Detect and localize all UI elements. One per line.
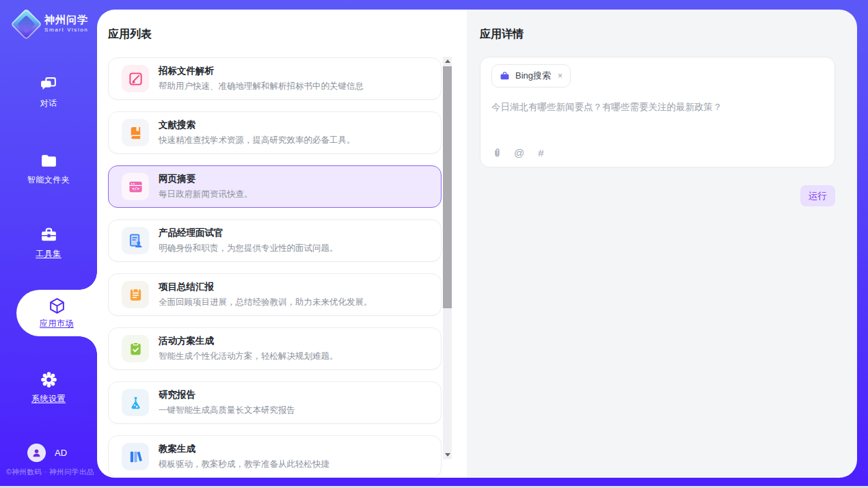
toolbox-icon xyxy=(40,226,58,244)
app-card-description: 快速精准查找学术资源，提高研究效率的必备工具。 xyxy=(159,135,355,146)
brand-diamond-icon xyxy=(10,8,42,40)
app-card-event-plan[interactable]: 活动方案生成智能生成个性化活动方案，轻松解决规划难题。 xyxy=(108,327,442,370)
book-icon xyxy=(122,119,149,146)
scrollbar-thumb[interactable] xyxy=(443,66,452,308)
prompt-input[interactable]: 今日湖北有哪些新闻要点？有哪些需要关注的最新政策？ xyxy=(491,101,824,113)
brand-text: 神州问学 Smart Vision xyxy=(44,14,88,33)
app-list-panel: 应用列表 招标文件解析帮助用户快速、准确地理解和解析招标书中的关键信息文献搜索快… xyxy=(97,10,467,478)
scrollbar[interactable] xyxy=(443,57,452,459)
app-card-texts: 文献搜索快速精准查找学术资源，提高研究效率的必备工具。 xyxy=(159,119,355,146)
brand-subtitle: Smart Vision xyxy=(44,27,88,33)
prompt-card[interactable]: Bing搜索 × 今日湖北有哪些新闻要点？有哪些需要关注的最新政策？ @ # xyxy=(480,57,835,167)
app-card-texts: 项目总结汇报全面回顾项目进展，总结经验教训，助力未来优化发展。 xyxy=(159,281,372,308)
document-pen-icon xyxy=(122,65,149,92)
sidebar-item-label: 工具集 xyxy=(36,248,62,260)
app-card-title: 网页摘要 xyxy=(159,173,253,185)
scroll-down-button[interactable] xyxy=(443,450,452,459)
books-icon xyxy=(122,443,149,470)
sidebar-item-chat[interactable]: 对话 xyxy=(0,75,97,109)
tool-chip-bing-search[interactable]: Bing搜索 × xyxy=(491,64,571,87)
app-list: 招标文件解析帮助用户快速、准确地理解和解析招标书中的关键信息文献搜索快速精准查找… xyxy=(108,48,442,478)
scroll-up-button[interactable] xyxy=(443,57,452,66)
app-detail-title: 应用详情 xyxy=(480,27,524,42)
app-card-description: 一键智能生成高质量长文本研究报告 xyxy=(159,405,295,416)
chat-bubble-icon xyxy=(40,75,58,94)
app-card-texts: 活动方案生成智能生成个性化活动方案，轻松解决规划难题。 xyxy=(159,335,338,362)
app-card-texts: 产品经理面试官明确身份和职责，为您提供专业性的面试问题。 xyxy=(159,227,338,254)
app-card-literature[interactable]: 文献搜索快速精准查找学术资源，提高研究效率的必备工具。 xyxy=(108,111,442,154)
gear-icon xyxy=(40,370,58,389)
app-card-description: 帮助用户快速、准确地理解和解析招标书中的关键信息 xyxy=(159,81,364,92)
app-card-title: 研究报告 xyxy=(159,389,295,401)
sidebar-item-toolset[interactable]: 工具集 xyxy=(0,226,97,260)
app-card-description: 智能生成个性化活动方案，轻松解决规划难题。 xyxy=(159,351,338,362)
research-flask-icon xyxy=(122,389,149,416)
brand-logo: 神州问学 Smart Vision xyxy=(14,10,88,36)
app-card-description: 全面回顾项目进展，总结经验教训，助力未来优化发展。 xyxy=(159,297,372,308)
at-sign-icon[interactable]: @ xyxy=(513,147,525,159)
app-card-research-report[interactable]: 研究报告一键智能生成高质量长文本研究报告 xyxy=(108,381,442,424)
prompt-toolbar: @ # xyxy=(491,147,547,159)
sidebar-item-label: 系统设置 xyxy=(31,393,66,405)
person-icon xyxy=(31,448,42,458)
interviewer-doc-icon xyxy=(122,227,149,254)
sidebar-item-label: 应用市场 xyxy=(40,318,74,329)
app-card-texts: 招标文件解析帮助用户快速、准确地理解和解析招标书中的关键信息 xyxy=(159,65,364,92)
brand-name: 神州问学 xyxy=(44,14,88,26)
app-card-texts: 研究报告一键智能生成高质量长文本研究报告 xyxy=(159,389,295,416)
briefcase-icon xyxy=(500,71,510,81)
app-card-description: 每日政府新闻资讯快查。 xyxy=(159,189,253,200)
paperclip-icon[interactable] xyxy=(491,147,503,159)
sidebar-item-label: 对话 xyxy=(40,98,57,109)
app-card-title: 项目总结汇报 xyxy=(159,281,372,293)
app-card-description: 模板驱动，教案秒成，教学准备从此轻松快捷 xyxy=(159,459,329,470)
app-card-pm-interviewer[interactable]: 产品经理面试官明确身份和职责，为您提供专业性的面试问题。 xyxy=(108,219,442,262)
copyright-footer: ©神州数码 · 神州问学出品 xyxy=(6,467,94,477)
summary-note-icon xyxy=(122,281,149,308)
sidebar: 神州问学 Smart Vision 对话智能文件夹工具集应用市场系统设置 AD … xyxy=(0,0,97,488)
sidebar-item-settings[interactable]: 系统设置 xyxy=(0,370,97,405)
app-card-tender-parse[interactable]: 招标文件解析帮助用户快速、准确地理解和解析招标书中的关键信息 xyxy=(108,57,442,100)
tool-chip-label: Bing搜索 xyxy=(515,70,551,82)
cube-icon xyxy=(48,297,66,315)
app-card-lesson-plan[interactable]: 教案生成模板驱动，教案秒成，教学准备从此轻松快捷 xyxy=(108,435,442,478)
app-card-texts: 网页摘要每日政府新闻资讯快查。 xyxy=(159,173,253,200)
app-card-project-report[interactable]: 项目总结汇报全面回顾项目进展，总结经验教训，助力未来优化发展。 xyxy=(108,273,442,316)
app-card-title: 活动方案生成 xyxy=(159,335,338,347)
app-card-title: 教案生成 xyxy=(159,443,329,455)
hash-icon[interactable]: # xyxy=(535,147,547,159)
sidebar-item-label: 智能文件夹 xyxy=(27,174,70,186)
app-card-title: 招标文件解析 xyxy=(159,65,364,77)
app-card-title: 产品经理面试官 xyxy=(159,227,338,239)
app-detail-panel: 应用详情 Bing搜索 × 今日湖北有哪些新闻要点？有哪些需要关注的最新政策？ … xyxy=(467,10,857,478)
folder-icon xyxy=(40,152,58,170)
app-card-description: 明确身份和职责，为您提供专业性的面试问题。 xyxy=(159,243,338,254)
app-card-title: 文献搜索 xyxy=(159,119,355,131)
avatar xyxy=(27,444,46,462)
run-button[interactable]: 运行 xyxy=(800,185,835,206)
app-list-title: 应用列表 xyxy=(108,27,152,42)
webpage-code-icon: </> xyxy=(122,173,149,200)
user-initials: AD xyxy=(55,448,67,458)
app-card-texts: 教案生成模板驱动，教案秒成，教学准备从此轻松快捷 xyxy=(159,443,329,470)
scroll-up-icon xyxy=(445,59,450,63)
app-card-web-summary[interactable]: </>网页摘要每日政府新闻资讯快查。 xyxy=(108,165,442,208)
scroll-down-icon xyxy=(445,453,450,457)
sidebar-item-app-market[interactable]: 应用市场 xyxy=(16,290,97,336)
chip-close-icon[interactable]: × xyxy=(556,71,562,81)
clipboard-check-icon xyxy=(122,335,149,362)
svg-text:</>: </> xyxy=(131,186,139,191)
sidebar-item-smart-folder[interactable]: 智能文件夹 xyxy=(0,152,97,186)
content-area: 应用列表 招标文件解析帮助用户快速、准确地理解和解析招标书中的关键信息文献搜索快… xyxy=(97,10,857,478)
user-account[interactable]: AD xyxy=(27,444,67,462)
